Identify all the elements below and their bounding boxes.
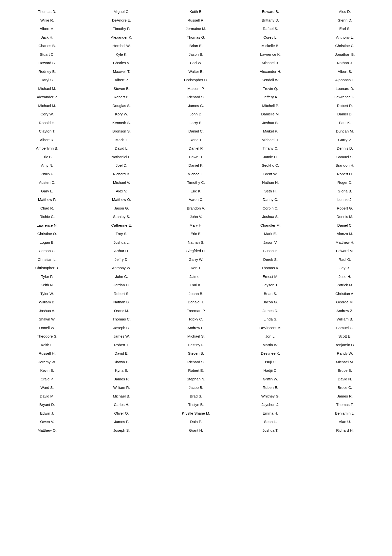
list-item: Randy W. [308,349,382,358]
list-item: Jeremy W. [10,358,84,367]
list-item: Bryant D. [10,400,84,409]
list-item: Emma H. [233,409,308,418]
list-item: Jon L. [233,332,308,341]
list-item: Richie C. [10,212,84,221]
list-item: Michael B. [233,59,308,67]
list-item: Joann B. [159,290,233,298]
list-item: Amberlynn B. [10,144,84,153]
list-item: Scott E. [308,332,382,341]
list-item: Albert P. [84,76,159,84]
list-item: Brad S. [159,392,233,401]
list-item: William B. [308,315,382,324]
list-item: Seokho C. [233,161,308,170]
list-item: Kenneth S. [84,119,159,127]
list-item: Clayton T. [10,127,84,136]
list-item: Daniel K. [159,161,233,170]
list-item: Jacob B. [159,383,233,392]
list-item: Albert S. [308,67,382,76]
list-item: Larry E. [159,119,233,127]
list-item: Ken T. [159,264,233,272]
list-item: Shawn B. [84,358,159,367]
list-item: William R. [84,383,159,392]
list-item: Richard B. [84,170,159,179]
list-item: Kyle K. [84,50,159,59]
list-item: Nathan J. [308,59,382,67]
list-item: Thomas C. [84,315,159,324]
list-item: Benjamin L. [308,409,382,418]
list-item: Joshua L. [84,238,159,247]
list-item: Charles B. [10,42,84,50]
list-item: Alex V. [84,187,159,196]
list-item: Martin W. [233,341,308,349]
list-item: Willie R. [10,16,84,25]
list-item: Ronald H. [10,119,84,127]
list-item: Duncan M. [308,127,382,136]
list-item: Maikel P. [233,127,308,136]
list-item: Robert R. [308,102,382,110]
list-item: DeVincent M. [233,324,308,332]
list-item: John G. [84,272,159,281]
list-item: Dawn H. [159,153,233,161]
list-item: Paul K. [308,119,382,127]
list-item: Russell H. [10,349,84,358]
list-item: Alexander P. [10,93,84,102]
list-item: Jay R. [308,264,382,272]
list-item: Danielle M. [233,110,308,119]
list-item: Eric B. [10,153,84,161]
list-item: Joshua B. [233,119,308,127]
list-item: Matthew O. [84,195,159,204]
list-item: Rodney B. [10,67,84,76]
list-item: Owen V. [10,418,84,426]
list-item: Jordan D. [84,281,159,290]
list-item: Jason B. [159,50,233,59]
list-item: Shawn W. [10,315,84,324]
list-item: Jeffery A. [233,93,308,102]
list-item: Bruce C. [308,383,382,392]
list-item: Nathan B. [84,298,159,307]
name-grid: Thomas D.Miguel G.Keith B.Edward B.Alec … [10,7,382,435]
list-item: Nathan S. [159,238,233,247]
list-item: Andrew Z. [308,307,382,315]
list-item: Jamie H. [233,153,308,161]
list-item: Tsuji C. [233,358,308,367]
list-item: Carson C. [10,247,84,255]
list-item: Earl S. [308,25,382,33]
list-item: Jose H. [308,272,382,281]
list-item: Sean L. [233,418,308,426]
list-item: Alphonso T. [308,76,382,84]
list-item: Bruce B. [308,366,382,375]
list-item: James D. [233,307,308,315]
list-item: Joshua S. [233,212,308,221]
list-item: Kory W. [84,110,159,119]
list-item: Christian A. [308,290,382,298]
list-item: Alan U. [308,418,382,426]
list-item: Amy N. [10,161,84,170]
list-item: Robert E. [159,366,233,375]
list-item: Russell R. [159,16,233,25]
list-item: Samuel S. [308,153,382,161]
list-item: Robert S. [84,290,159,298]
list-item: Anthony W. [84,264,159,272]
list-item: Stuart C. [10,50,84,59]
list-item: Michael L. [159,170,233,179]
list-item: Linda S. [233,315,308,324]
list-item: Lawrence N. [10,221,84,230]
list-item: Michael M. [308,358,382,367]
list-item: Howard S. [10,59,84,67]
list-item: Dennis D. [308,144,382,153]
list-item: Brent W. [233,170,308,179]
list-item: Jaime I. [159,272,233,281]
list-item: Keith L. [10,341,84,349]
list-item: Roger D. [308,178,382,187]
list-item: Joseph B. [84,324,159,332]
list-item: James W. [84,332,159,341]
list-item: Carlos H. [84,400,159,409]
list-item: Robert G. [308,204,382,213]
list-item: Brandon H. [308,161,382,170]
list-item: Seth H. [233,187,308,196]
list-item: Douglas S. [84,102,159,110]
list-item: Mary H. [159,221,233,230]
list-item: Walter B. [159,67,233,76]
list-item: Thomas D. [10,7,84,16]
list-item: Tyler P. [10,272,84,281]
